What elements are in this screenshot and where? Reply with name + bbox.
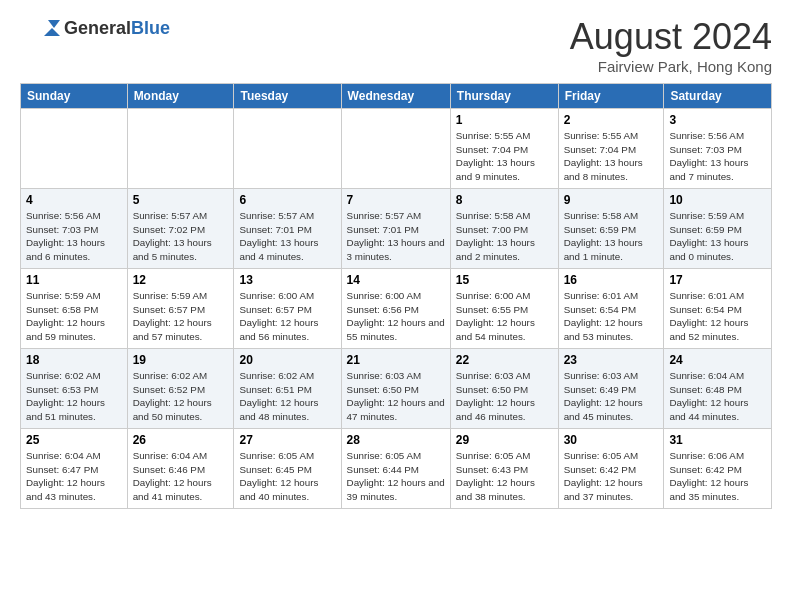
- page-header: GeneralBlue August 2024 Fairview Park, H…: [20, 16, 772, 75]
- day-cell: 17Sunrise: 6:01 AMSunset: 6:54 PMDayligh…: [664, 269, 772, 349]
- day-cell: 23Sunrise: 6:03 AMSunset: 6:49 PMDayligh…: [558, 349, 664, 429]
- week-row-3: 11Sunrise: 5:59 AMSunset: 6:58 PMDayligh…: [21, 269, 772, 349]
- day-cell: 6Sunrise: 5:57 AMSunset: 7:01 PMDaylight…: [234, 189, 341, 269]
- day-number: 11: [26, 273, 122, 287]
- day-cell: 26Sunrise: 6:04 AMSunset: 6:46 PMDayligh…: [127, 429, 234, 509]
- day-cell: 25Sunrise: 6:04 AMSunset: 6:47 PMDayligh…: [21, 429, 128, 509]
- day-cell: 2Sunrise: 5:55 AMSunset: 7:04 PMDaylight…: [558, 109, 664, 189]
- day-cell: 11Sunrise: 5:59 AMSunset: 6:58 PMDayligh…: [21, 269, 128, 349]
- logo-general: General: [64, 18, 131, 38]
- day-cell: 20Sunrise: 6:02 AMSunset: 6:51 PMDayligh…: [234, 349, 341, 429]
- day-info: Sunrise: 6:03 AMSunset: 6:49 PMDaylight:…: [564, 369, 659, 424]
- col-header-saturday: Saturday: [664, 84, 772, 109]
- day-cell: 27Sunrise: 6:05 AMSunset: 6:45 PMDayligh…: [234, 429, 341, 509]
- col-header-friday: Friday: [558, 84, 664, 109]
- col-header-thursday: Thursday: [450, 84, 558, 109]
- day-info: Sunrise: 6:01 AMSunset: 6:54 PMDaylight:…: [669, 289, 766, 344]
- day-number: 14: [347, 273, 445, 287]
- day-info: Sunrise: 5:57 AMSunset: 7:01 PMDaylight:…: [347, 209, 445, 264]
- day-info: Sunrise: 6:02 AMSunset: 6:52 PMDaylight:…: [133, 369, 229, 424]
- day-info: Sunrise: 6:01 AMSunset: 6:54 PMDaylight:…: [564, 289, 659, 344]
- logo: GeneralBlue: [20, 16, 170, 40]
- day-number: 25: [26, 433, 122, 447]
- day-number: 29: [456, 433, 553, 447]
- day-cell: 8Sunrise: 5:58 AMSunset: 7:00 PMDaylight…: [450, 189, 558, 269]
- day-number: 26: [133, 433, 229, 447]
- calendar-table: SundayMondayTuesdayWednesdayThursdayFrid…: [20, 83, 772, 509]
- day-info: Sunrise: 6:05 AMSunset: 6:45 PMDaylight:…: [239, 449, 335, 504]
- col-header-monday: Monday: [127, 84, 234, 109]
- day-cell: [127, 109, 234, 189]
- month-title: August 2024: [570, 16, 772, 58]
- day-number: 10: [669, 193, 766, 207]
- day-number: 30: [564, 433, 659, 447]
- day-number: 1: [456, 113, 553, 127]
- day-info: Sunrise: 5:55 AMSunset: 7:04 PMDaylight:…: [456, 129, 553, 184]
- title-block: August 2024 Fairview Park, Hong Kong: [570, 16, 772, 75]
- week-row-1: 1Sunrise: 5:55 AMSunset: 7:04 PMDaylight…: [21, 109, 772, 189]
- day-number: 18: [26, 353, 122, 367]
- calendar-header-row: SundayMondayTuesdayWednesdayThursdayFrid…: [21, 84, 772, 109]
- day-number: 17: [669, 273, 766, 287]
- day-info: Sunrise: 6:04 AMSunset: 6:47 PMDaylight:…: [26, 449, 122, 504]
- day-cell: 5Sunrise: 5:57 AMSunset: 7:02 PMDaylight…: [127, 189, 234, 269]
- day-info: Sunrise: 5:57 AMSunset: 7:01 PMDaylight:…: [239, 209, 335, 264]
- day-cell: 9Sunrise: 5:58 AMSunset: 6:59 PMDaylight…: [558, 189, 664, 269]
- day-number: 3: [669, 113, 766, 127]
- day-cell: 13Sunrise: 6:00 AMSunset: 6:57 PMDayligh…: [234, 269, 341, 349]
- day-info: Sunrise: 6:02 AMSunset: 6:51 PMDaylight:…: [239, 369, 335, 424]
- day-number: 28: [347, 433, 445, 447]
- day-cell: 22Sunrise: 6:03 AMSunset: 6:50 PMDayligh…: [450, 349, 558, 429]
- day-cell: 1Sunrise: 5:55 AMSunset: 7:04 PMDaylight…: [450, 109, 558, 189]
- logo-blue: Blue: [131, 18, 170, 38]
- day-cell: [341, 109, 450, 189]
- svg-marker-1: [44, 28, 60, 36]
- week-row-4: 18Sunrise: 6:02 AMSunset: 6:53 PMDayligh…: [21, 349, 772, 429]
- day-cell: 21Sunrise: 6:03 AMSunset: 6:50 PMDayligh…: [341, 349, 450, 429]
- day-number: 23: [564, 353, 659, 367]
- col-header-wednesday: Wednesday: [341, 84, 450, 109]
- day-cell: 28Sunrise: 6:05 AMSunset: 6:44 PMDayligh…: [341, 429, 450, 509]
- day-info: Sunrise: 5:57 AMSunset: 7:02 PMDaylight:…: [133, 209, 229, 264]
- day-info: Sunrise: 6:03 AMSunset: 6:50 PMDaylight:…: [456, 369, 553, 424]
- day-number: 16: [564, 273, 659, 287]
- day-cell: 7Sunrise: 5:57 AMSunset: 7:01 PMDaylight…: [341, 189, 450, 269]
- day-info: Sunrise: 6:00 AMSunset: 6:57 PMDaylight:…: [239, 289, 335, 344]
- col-header-sunday: Sunday: [21, 84, 128, 109]
- day-cell: 15Sunrise: 6:00 AMSunset: 6:55 PMDayligh…: [450, 269, 558, 349]
- day-cell: 4Sunrise: 5:56 AMSunset: 7:03 PMDaylight…: [21, 189, 128, 269]
- day-info: Sunrise: 6:05 AMSunset: 6:43 PMDaylight:…: [456, 449, 553, 504]
- day-cell: 10Sunrise: 5:59 AMSunset: 6:59 PMDayligh…: [664, 189, 772, 269]
- day-number: 9: [564, 193, 659, 207]
- week-row-5: 25Sunrise: 6:04 AMSunset: 6:47 PMDayligh…: [21, 429, 772, 509]
- day-cell: 30Sunrise: 6:05 AMSunset: 6:42 PMDayligh…: [558, 429, 664, 509]
- location: Fairview Park, Hong Kong: [570, 58, 772, 75]
- day-cell: 19Sunrise: 6:02 AMSunset: 6:52 PMDayligh…: [127, 349, 234, 429]
- day-info: Sunrise: 5:59 AMSunset: 6:59 PMDaylight:…: [669, 209, 766, 264]
- day-info: Sunrise: 6:05 AMSunset: 6:44 PMDaylight:…: [347, 449, 445, 504]
- day-cell: 24Sunrise: 6:04 AMSunset: 6:48 PMDayligh…: [664, 349, 772, 429]
- day-number: 13: [239, 273, 335, 287]
- day-info: Sunrise: 6:03 AMSunset: 6:50 PMDaylight:…: [347, 369, 445, 424]
- day-info: Sunrise: 5:58 AMSunset: 6:59 PMDaylight:…: [564, 209, 659, 264]
- day-info: Sunrise: 5:58 AMSunset: 7:00 PMDaylight:…: [456, 209, 553, 264]
- day-number: 7: [347, 193, 445, 207]
- day-cell: [21, 109, 128, 189]
- day-number: 22: [456, 353, 553, 367]
- day-info: Sunrise: 6:00 AMSunset: 6:55 PMDaylight:…: [456, 289, 553, 344]
- col-header-tuesday: Tuesday: [234, 84, 341, 109]
- day-number: 20: [239, 353, 335, 367]
- svg-marker-0: [48, 20, 60, 28]
- day-info: Sunrise: 6:02 AMSunset: 6:53 PMDaylight:…: [26, 369, 122, 424]
- day-cell: 18Sunrise: 6:02 AMSunset: 6:53 PMDayligh…: [21, 349, 128, 429]
- day-number: 4: [26, 193, 122, 207]
- day-number: 6: [239, 193, 335, 207]
- day-info: Sunrise: 5:55 AMSunset: 7:04 PMDaylight:…: [564, 129, 659, 184]
- day-number: 8: [456, 193, 553, 207]
- day-cell: 31Sunrise: 6:06 AMSunset: 6:42 PMDayligh…: [664, 429, 772, 509]
- day-info: Sunrise: 5:56 AMSunset: 7:03 PMDaylight:…: [669, 129, 766, 184]
- day-cell: 3Sunrise: 5:56 AMSunset: 7:03 PMDaylight…: [664, 109, 772, 189]
- day-number: 2: [564, 113, 659, 127]
- day-number: 5: [133, 193, 229, 207]
- day-cell: 16Sunrise: 6:01 AMSunset: 6:54 PMDayligh…: [558, 269, 664, 349]
